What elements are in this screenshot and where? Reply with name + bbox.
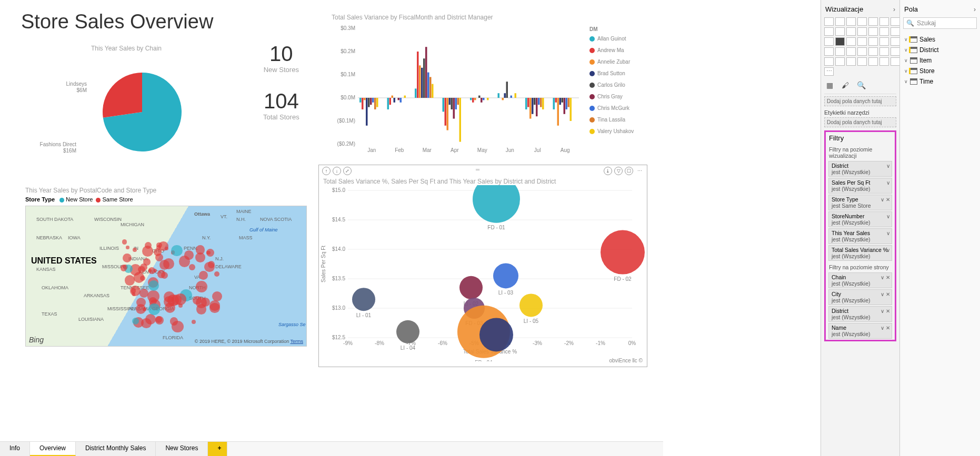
tab-overview[interactable]: Overview bbox=[30, 442, 76, 456]
viz-type-15[interactable] bbox=[835, 37, 845, 46]
viz-type-35[interactable] bbox=[824, 67, 834, 76]
field-well[interactable]: Dodaj pola danych tutaj bbox=[824, 96, 896, 106]
viz-type-27[interactable] bbox=[891, 47, 899, 56]
kpi-new-stores-label: New Stores bbox=[263, 66, 299, 74]
table-sales[interactable]: ∨ Sales bbox=[903, 34, 977, 45]
tab-info[interactable]: Info bbox=[0, 442, 30, 456]
map-canvas[interactable]: UNITED STATES SOUTH DAKOTAWISCONSINNEBRA… bbox=[25, 206, 307, 347]
table-district[interactable]: ∨ District bbox=[903, 45, 977, 55]
viz-type-21[interactable] bbox=[824, 47, 834, 56]
remove-filter-icon[interactable]: ✕ bbox=[886, 291, 890, 297]
viz-type-1[interactable] bbox=[835, 17, 845, 26]
tab-new-stores[interactable]: New Stores bbox=[156, 442, 208, 456]
bar-chart[interactable]: Total Sales Variance by FiscalMonth and … bbox=[332, 14, 647, 162]
viz-type-4[interactable] bbox=[868, 17, 878, 26]
viz-type-3[interactable] bbox=[857, 17, 867, 26]
scatter-visual[interactable]: ↑ ↓ ⤢ ═ ⤓ ▽ ☐ ⋯ Total Sales Variance %, … bbox=[318, 165, 647, 367]
chevron-down-icon[interactable]: ∨ bbox=[881, 197, 884, 202]
viz-type-29[interactable] bbox=[835, 57, 845, 66]
tab-district-monthly-sales[interactable]: District Monthly Sales bbox=[76, 442, 156, 456]
viz-type-26[interactable] bbox=[879, 47, 889, 56]
remove-filter-icon[interactable]: ✕ bbox=[886, 197, 890, 202]
viz-type-31[interactable] bbox=[857, 57, 867, 66]
table-time[interactable]: ∨ Time bbox=[903, 76, 977, 87]
viz-type-2[interactable] bbox=[846, 17, 856, 26]
viz-type-25[interactable] bbox=[868, 47, 878, 56]
filter-sales-per-sq-ft[interactable]: Sales Per Sq Ftjest (Wszystkie) ∨ bbox=[828, 178, 892, 194]
map-country-label: UNITED STATES bbox=[31, 256, 97, 266]
viz-type-16[interactable] bbox=[846, 37, 856, 46]
viz-type-32[interactable] bbox=[868, 57, 878, 66]
table-store[interactable]: ∨ Store bbox=[903, 66, 977, 76]
viz-type-28[interactable] bbox=[824, 57, 834, 66]
svg-rect-51 bbox=[474, 98, 476, 100]
viz-type-11[interactable] bbox=[868, 27, 878, 36]
viz-type-19[interactable] bbox=[879, 37, 889, 46]
viz-type-17[interactable] bbox=[857, 37, 867, 46]
spotlight-icon[interactable]: ☐ bbox=[625, 167, 633, 175]
viz-type-20[interactable] bbox=[891, 37, 899, 46]
filter-name[interactable]: Namejest (Wszystkie) ∨✕ bbox=[828, 323, 892, 339]
drill-down-icon[interactable]: ↓ bbox=[333, 167, 341, 175]
export-icon[interactable]: ⤓ bbox=[604, 167, 612, 175]
chevron-down-icon[interactable]: ∨ bbox=[886, 180, 890, 186]
filter-district[interactable]: Districtjest (Wszystkie) ∨✕ bbox=[828, 306, 892, 322]
collapse-fields-pane-icon[interactable]: › bbox=[974, 6, 976, 13]
viz-type-12[interactable] bbox=[879, 27, 889, 36]
filter-storenumber[interactable]: StoreNumberjest (Wszystkie) ∨ bbox=[828, 211, 892, 227]
filter-chain[interactable]: Chainjest (Wszystkie) ∨✕ bbox=[828, 272, 892, 288]
map-visual[interactable]: This Year Sales by PostalCode and Store … bbox=[25, 187, 309, 347]
map-terms-link[interactable]: Terms bbox=[291, 339, 304, 344]
analytics-tab-icon[interactable]: 🔍 bbox=[856, 80, 866, 90]
viz-type-18[interactable] bbox=[868, 37, 878, 46]
filter-district[interactable]: Districtjest (Wszystkie) ∨ bbox=[828, 161, 892, 177]
viz-type-0[interactable] bbox=[824, 17, 834, 26]
add-page-button[interactable]: + bbox=[208, 442, 227, 456]
viz-type-14[interactable] bbox=[824, 37, 834, 46]
viz-type-33[interactable] bbox=[879, 57, 889, 66]
viz-type-10[interactable] bbox=[857, 27, 867, 36]
viz-type-13[interactable] bbox=[891, 27, 899, 36]
viz-type-8[interactable] bbox=[835, 27, 845, 36]
svg-rect-73 bbox=[534, 98, 536, 105]
chevron-down-icon[interactable]: ∨ bbox=[886, 230, 890, 236]
remove-filter-icon[interactable]: ✕ bbox=[886, 308, 890, 314]
svg-rect-87 bbox=[570, 98, 572, 121]
filter-store-type[interactable]: Store Typejest Same Store ∨✕ bbox=[828, 195, 892, 210]
filter-this-year-sales[interactable]: This Year Salesjest (Wszystkie) ∨ bbox=[828, 228, 892, 244]
drag-handle-icon[interactable]: ═ bbox=[354, 167, 602, 175]
viz-type-7[interactable] bbox=[824, 27, 834, 36]
drill-up-icon[interactable]: ↑ bbox=[322, 167, 331, 175]
chevron-down-icon[interactable]: ∨ bbox=[881, 325, 884, 331]
fields-tab-icon[interactable]: ▦ bbox=[824, 80, 835, 90]
remove-filter-icon[interactable]: ✕ bbox=[886, 325, 890, 331]
chevron-down-icon[interactable]: ∨ bbox=[881, 275, 884, 280]
viz-type-6[interactable] bbox=[891, 17, 899, 26]
expand-icon[interactable]: ⤢ bbox=[343, 167, 352, 175]
viz-type-24[interactable] bbox=[857, 47, 867, 56]
chevron-down-icon[interactable]: ∨ bbox=[886, 214, 890, 219]
collapse-viz-pane-icon[interactable]: › bbox=[893, 6, 895, 13]
chevron-down-icon[interactable]: ∨ bbox=[881, 308, 884, 314]
viz-type-5[interactable] bbox=[879, 17, 889, 26]
remove-filter-icon[interactable]: ✕ bbox=[886, 275, 890, 280]
filter-city[interactable]: Cityjest (Wszystkie) ∨✕ bbox=[828, 289, 892, 305]
viz-type-34[interactable] bbox=[891, 57, 899, 66]
chevron-down-icon[interactable]: ∨ bbox=[881, 291, 884, 297]
viz-type-9[interactable] bbox=[846, 27, 856, 36]
more-options-icon[interactable]: ⋯ bbox=[635, 167, 644, 175]
svg-text:Valery Ushakov: Valery Ushakov bbox=[597, 128, 634, 134]
chevron-down-icon[interactable]: ∨ bbox=[886, 163, 890, 169]
pie-chart[interactable]: This Year Sales by Chain Fashions Direct… bbox=[26, 45, 226, 172]
fields-search-input[interactable]: 🔍 Szukaj bbox=[903, 17, 977, 29]
viz-type-23[interactable] bbox=[846, 47, 856, 56]
viz-type-22[interactable] bbox=[835, 47, 845, 56]
filter-icon[interactable]: ▽ bbox=[614, 167, 623, 175]
tooltip-field-well[interactable]: Dodaj pola danych tutaj bbox=[824, 117, 896, 127]
format-tab-icon[interactable]: 🖌 bbox=[840, 80, 851, 90]
svg-rect-27 bbox=[404, 96, 406, 98]
table-item[interactable]: ∨ Item bbox=[903, 55, 977, 66]
filter-total-sales-variance-[interactable]: Total Sales Variance %jest (Wszystkie) ∨ bbox=[828, 245, 892, 261]
viz-type-30[interactable] bbox=[846, 57, 856, 66]
chevron-down-icon[interactable]: ∨ bbox=[886, 247, 890, 253]
